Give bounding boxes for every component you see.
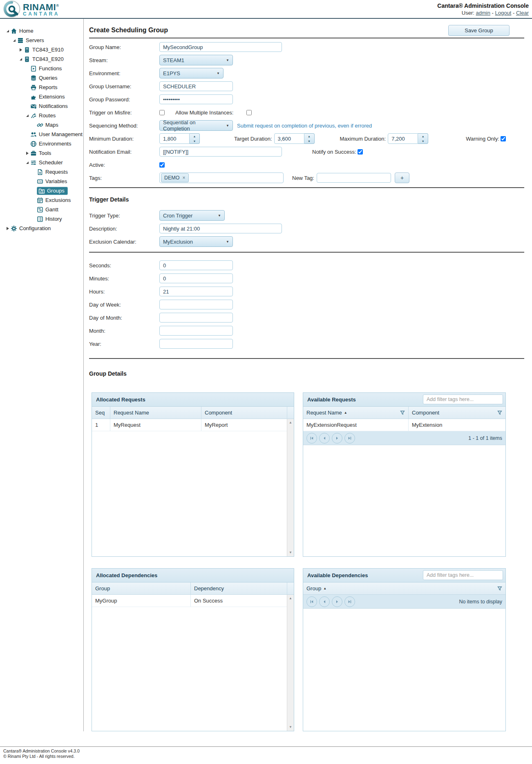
collapse-arrow-icon[interactable] xyxy=(11,39,17,42)
minutes-input[interactable] xyxy=(159,273,233,283)
vertical-scrollbar[interactable]: ▲ ▼ xyxy=(287,419,294,556)
sidebar-item-notifications[interactable]: Notifications xyxy=(0,101,83,111)
vertical-scrollbar[interactable]: ▲ ▼ xyxy=(287,595,294,731)
expand-arrow-icon[interactable] xyxy=(18,48,24,52)
tags-input[interactable]: DEMO× xyxy=(159,173,284,183)
column-header-component[interactable]: Component xyxy=(408,407,505,419)
description-input[interactable] xyxy=(159,224,282,233)
column-header-group[interactable]: Group xyxy=(92,583,190,594)
pager-last-button[interactable] xyxy=(344,433,355,444)
logout-link[interactable]: Logout xyxy=(495,10,512,16)
day-of-week-input[interactable] xyxy=(159,300,233,309)
environment-select[interactable]: E1PYS▼ xyxy=(159,68,224,78)
expand-arrow-icon[interactable] xyxy=(5,227,11,230)
user-name-link[interactable]: admin xyxy=(476,10,490,16)
save-group-button[interactable]: Save Group xyxy=(448,25,510,36)
day-of-month-input[interactable] xyxy=(159,313,233,323)
sidebar-item-gantt[interactable]: Gantt xyxy=(0,205,83,214)
new-tag-input[interactable] xyxy=(317,173,391,183)
exclusion-calendar-select[interactable]: MyExclusion▼ xyxy=(159,236,233,247)
column-header-request-name[interactable]: Request Name xyxy=(110,407,201,419)
pager-next-button[interactable] xyxy=(332,433,342,444)
pager-first-button[interactable] xyxy=(306,433,317,444)
stream-select[interactable]: STEAM1▼ xyxy=(159,55,233,65)
year-input[interactable] xyxy=(159,339,233,349)
scroll-down-icon[interactable]: ▼ xyxy=(287,724,294,730)
expand-arrow-icon[interactable] xyxy=(25,152,30,155)
filter-tags-input[interactable] xyxy=(423,394,503,404)
warning-only-checkbox[interactable] xyxy=(501,136,506,141)
sidebar-item-routes[interactable]: Routes xyxy=(0,111,83,120)
pager-previous-button[interactable] xyxy=(319,596,330,607)
sidebar-item-history[interactable]: History xyxy=(0,214,83,224)
spinner-up-icon[interactable]: ▲ xyxy=(190,134,199,139)
group-password-input[interactable] xyxy=(159,94,233,104)
sidebar-item-extensions[interactable]: Extensions xyxy=(0,92,83,101)
spinner-down-icon[interactable]: ▼ xyxy=(304,139,314,143)
pager-next-button[interactable] xyxy=(332,596,342,607)
filter-tags-input[interactable] xyxy=(423,570,503,580)
sidebar-item-groups[interactable]: Groups xyxy=(0,186,83,195)
spinner-up-icon[interactable]: ▲ xyxy=(304,134,314,139)
collapse-arrow-icon[interactable] xyxy=(18,58,24,60)
month-input[interactable] xyxy=(159,326,233,336)
filter-funnel-icon[interactable] xyxy=(497,586,502,591)
table-row[interactable]: 1 MyRequest MyReport xyxy=(92,419,287,431)
remove-tag-icon[interactable]: × xyxy=(183,175,186,181)
table-row[interactable]: MyExtensionRequest MyExtension xyxy=(303,419,505,431)
tag-chip: DEMO× xyxy=(161,173,189,182)
sidebar-item-tc843-e920[interactable]: TC843_E920 xyxy=(0,54,83,64)
sidebar-item-functions[interactable]: Functions xyxy=(0,64,83,73)
target-duration-input[interactable] xyxy=(274,133,304,144)
sidebar-item-variables[interactable]: Variables xyxy=(0,177,83,186)
spinner-down-icon[interactable]: ▼ xyxy=(418,139,428,143)
filter-funnel-icon[interactable] xyxy=(400,410,405,415)
sidebar-item-environments[interactable]: Environments xyxy=(0,139,83,148)
sidebar-item-user-management[interactable]: User Management xyxy=(0,130,83,139)
sidebar-item-maps[interactable]: Maps xyxy=(0,120,83,130)
sidebar-item-exclusions[interactable]: Exclusions xyxy=(0,195,83,205)
pager-previous-button[interactable] xyxy=(319,433,330,444)
group-username-input[interactable] xyxy=(159,81,233,91)
spinner-up-icon[interactable]: ▲ xyxy=(418,134,428,139)
trigger-on-misfire-checkbox[interactable] xyxy=(159,110,165,115)
sidebar-item-home[interactable]: Home xyxy=(0,26,83,36)
column-header-request-name[interactable]: Request Name ▲ xyxy=(303,407,408,419)
sidebar-item-requests[interactable]: Requests xyxy=(0,167,83,177)
allow-multiple-instances-checkbox[interactable] xyxy=(246,110,252,115)
pager-last-button[interactable] xyxy=(344,596,355,607)
sidebar-item-reports[interactable]: Reports xyxy=(0,83,83,92)
collapse-arrow-icon[interactable] xyxy=(25,114,30,117)
maximum-duration-input[interactable] xyxy=(388,133,418,144)
column-header-seq[interactable]: Seq xyxy=(92,407,110,419)
clear-link[interactable]: Clear xyxy=(516,10,529,16)
scroll-up-icon[interactable]: ▲ xyxy=(287,596,294,601)
sidebar-item-queries[interactable]: Queries xyxy=(0,73,83,83)
add-tag-button[interactable]: + xyxy=(395,173,409,183)
active-checkbox[interactable] xyxy=(159,162,165,168)
column-header-component[interactable]: Component xyxy=(201,407,287,419)
notification-email-input[interactable] xyxy=(159,147,282,157)
trigger-type-select[interactable]: Cron Trigger▼ xyxy=(159,210,225,221)
table-row[interactable]: MyGroup On Success xyxy=(92,595,287,607)
collapse-arrow-icon[interactable] xyxy=(25,161,30,164)
sidebar-item-tools[interactable]: Tools xyxy=(0,148,83,158)
collapse-arrow-icon[interactable] xyxy=(5,30,11,32)
sidebar-item-servers[interactable]: Servers xyxy=(0,36,83,45)
hours-input[interactable] xyxy=(159,287,233,296)
pager-first-button[interactable] xyxy=(306,596,317,607)
spinner-down-icon[interactable]: ▼ xyxy=(190,139,199,143)
scroll-down-icon[interactable]: ▼ xyxy=(287,550,294,556)
filter-funnel-icon[interactable] xyxy=(497,410,502,415)
seconds-input[interactable] xyxy=(159,260,233,270)
column-header-dependency[interactable]: Dependency xyxy=(190,583,287,594)
column-header-group[interactable]: Group ▲ xyxy=(303,583,505,594)
notify-on-success-checkbox[interactable] xyxy=(358,149,363,155)
minimum-duration-input[interactable] xyxy=(159,133,190,144)
sidebar-item-configuration[interactable]: Configuration xyxy=(0,224,83,233)
sidebar-item-scheduler[interactable]: Scheduler xyxy=(0,158,83,167)
sequencing-method-select[interactable]: Sequential on Completion▼ xyxy=(159,120,233,131)
scroll-up-icon[interactable]: ▲ xyxy=(287,420,294,426)
sidebar-item-tc843-e910[interactable]: TC843_E910 xyxy=(0,45,83,54)
group-name-input[interactable] xyxy=(159,42,282,52)
